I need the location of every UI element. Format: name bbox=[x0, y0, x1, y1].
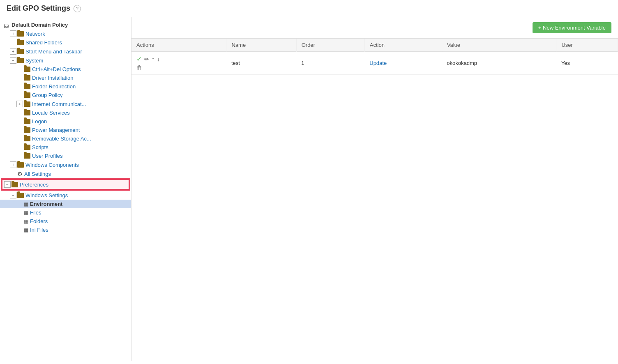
sidebar-item-system[interactable]: − System bbox=[0, 56, 131, 65]
col-action: Action bbox=[364, 39, 442, 52]
row-user-value: Yes bbox=[561, 60, 570, 66]
sidebar-item-folder-redirection[interactable]: Folder Redirection bbox=[0, 82, 131, 91]
folder-icon-locale-services bbox=[24, 110, 30, 115]
col-name: Name bbox=[226, 39, 296, 52]
col-actions: Actions bbox=[131, 39, 226, 52]
sidebar-root-label: Default Domain Policy bbox=[12, 22, 68, 28]
folder-icon-group-policy bbox=[24, 92, 30, 98]
sidebar-item-locale-services[interactable]: Locale Services bbox=[0, 108, 131, 117]
sidebar-label-system: System bbox=[25, 58, 43, 64]
environment-table: Actions Name Order Action Value User ✓ ✏ bbox=[131, 39, 618, 75]
folder-icon-scripts bbox=[24, 145, 30, 150]
sidebar-item-group-policy[interactable]: Group Policy bbox=[0, 91, 131, 99]
toggle-start-menu[interactable]: + bbox=[10, 48, 16, 55]
row-user-cell: Yes bbox=[556, 52, 618, 75]
env-icon-environment: ▦ bbox=[24, 201, 28, 207]
folder-icon-power-management bbox=[24, 127, 30, 133]
folder-icon-driver-installation bbox=[24, 75, 30, 81]
row-value-value: okokokadmp bbox=[447, 60, 477, 66]
toggle-windows-components[interactable]: + bbox=[10, 161, 16, 168]
folder-icon-system bbox=[17, 58, 24, 63]
sidebar-item-user-profiles[interactable]: User Profiles bbox=[0, 152, 131, 160]
sidebar-label-ctrl-alt-del: Ctrl+Alt+Del Options bbox=[32, 66, 81, 72]
gpo-root-icon: 🗂 bbox=[3, 22, 10, 28]
toggle-internet-communication[interactable]: + bbox=[16, 101, 23, 107]
sidebar-label-ini-files: Ini Files bbox=[30, 227, 48, 233]
sidebar-label-shared-folders: Shared Folders bbox=[25, 39, 62, 46]
folder-icon-preferences bbox=[12, 182, 18, 187]
toggle-preferences[interactable]: − bbox=[4, 181, 11, 188]
folder-icon-start-menu bbox=[17, 49, 24, 54]
toggle-windows-settings[interactable]: − bbox=[10, 192, 16, 198]
sidebar-label-internet-communication: Internet Communicat... bbox=[32, 101, 86, 107]
edit-icon[interactable]: ✏ bbox=[144, 56, 149, 62]
sidebar-item-removable-storage[interactable]: Removable Storage Ac... bbox=[0, 134, 131, 143]
sidebar-label-scripts: Scripts bbox=[32, 144, 48, 150]
move-down-icon[interactable]: ↓ bbox=[157, 56, 160, 62]
table-header-row: Actions Name Order Action Value User bbox=[131, 39, 618, 52]
sidebar: 🗂 Default Domain Policy + Network Shared… bbox=[0, 17, 131, 361]
sidebar-label-environment: Environment bbox=[30, 201, 62, 207]
main-layout: 🗂 Default Domain Policy + Network Shared… bbox=[0, 17, 618, 361]
col-order: Order bbox=[296, 39, 364, 52]
sidebar-root[interactable]: 🗂 Default Domain Policy bbox=[0, 21, 131, 29]
row-name-cell: test bbox=[226, 52, 296, 75]
row-name-value: test bbox=[231, 60, 240, 66]
sidebar-item-windows-components[interactable]: + Windows Components bbox=[0, 160, 131, 169]
sidebar-label-driver-installation: Driver Installation bbox=[32, 75, 73, 81]
sidebar-item-scripts[interactable]: Scripts bbox=[0, 143, 131, 152]
sidebar-label-files: Files bbox=[30, 210, 41, 216]
sidebar-item-driver-installation[interactable]: Driver Installation bbox=[0, 74, 131, 82]
new-environment-variable-button[interactable]: + New Environment Variable bbox=[533, 22, 611, 33]
row-action-cell: Update bbox=[364, 52, 442, 75]
toggle-system[interactable]: − bbox=[10, 57, 16, 64]
sidebar-item-folders[interactable]: ▦ Folders bbox=[0, 217, 131, 226]
page-title: Edit GPO Settings bbox=[7, 4, 70, 13]
sidebar-label-all-settings: All Settings bbox=[24, 171, 51, 177]
sidebar-label-folder-redirection: Folder Redirection bbox=[32, 83, 76, 90]
folder-icon-user-profiles bbox=[24, 153, 30, 159]
action-icons: ✓ ✏ ↑ ↓ bbox=[136, 55, 221, 63]
sidebar-label-network: Network bbox=[25, 31, 45, 37]
sidebar-item-power-management[interactable]: Power Management bbox=[0, 126, 131, 134]
sidebar-item-start-menu[interactable]: + Start Menu and Taskbar bbox=[0, 47, 131, 56]
folder-icon-windows-settings bbox=[17, 193, 24, 198]
delete-icon[interactable]: 🗑 bbox=[136, 65, 142, 71]
folder-icon-logon bbox=[24, 119, 30, 124]
folder-icon-network bbox=[17, 31, 24, 37]
folder-icon-removable-storage bbox=[24, 136, 30, 141]
sidebar-item-preferences[interactable]: − Preferences bbox=[2, 179, 129, 190]
sidebar-item-internet-communication[interactable]: + Internet Communicat... bbox=[0, 99, 131, 108]
sidebar-label-folders: Folders bbox=[30, 218, 48, 224]
sidebar-item-network[interactable]: + Network bbox=[0, 29, 131, 38]
row-action-value: Update bbox=[369, 60, 387, 66]
sidebar-item-shared-folders[interactable]: Shared Folders bbox=[0, 38, 131, 47]
env-icon-folders: ▦ bbox=[24, 219, 28, 224]
sidebar-item-ctrl-alt-del[interactable]: Ctrl+Alt+Del Options bbox=[0, 65, 131, 74]
row-order-cell: 1 bbox=[296, 52, 364, 75]
enable-icon[interactable]: ✓ bbox=[136, 55, 142, 63]
page-header: Edit GPO Settings ? bbox=[0, 0, 618, 17]
sidebar-item-files[interactable]: ▦ Files bbox=[0, 208, 131, 217]
sidebar-label-locale-services: Locale Services bbox=[32, 110, 70, 116]
row-order-value: 1 bbox=[301, 60, 304, 66]
content-area: + New Environment Variable Actions Name … bbox=[131, 17, 618, 361]
sidebar-label-user-profiles: User Profiles bbox=[32, 153, 62, 159]
sidebar-label-group-policy: Group Policy bbox=[32, 92, 62, 98]
folder-icon-shared-folders bbox=[17, 40, 24, 45]
sidebar-item-logon[interactable]: Logon bbox=[0, 117, 131, 126]
sidebar-item-environment[interactable]: ▦ Environment bbox=[0, 200, 131, 208]
content-toolbar: + New Environment Variable bbox=[131, 17, 618, 39]
help-icon[interactable]: ? bbox=[74, 5, 81, 12]
sidebar-item-ini-files[interactable]: ▦ Ini Files bbox=[0, 226, 131, 234]
sidebar-label-power-management: Power Management bbox=[32, 127, 80, 133]
sidebar-item-all-settings[interactable]: ⚙ All Settings bbox=[0, 169, 131, 178]
folder-icon-windows-components bbox=[17, 162, 24, 168]
toggle-network[interactable]: + bbox=[10, 30, 16, 37]
sidebar-item-windows-settings[interactable]: − Windows Settings bbox=[0, 191, 131, 200]
folder-icon-folder-redirection bbox=[24, 84, 30, 89]
move-up-icon[interactable]: ↑ bbox=[152, 56, 154, 62]
sidebar-label-preferences: Preferences bbox=[20, 182, 48, 188]
env-icon-ini-files: ▦ bbox=[24, 227, 28, 233]
sidebar-label-start-menu: Start Menu and Taskbar bbox=[25, 48, 82, 55]
